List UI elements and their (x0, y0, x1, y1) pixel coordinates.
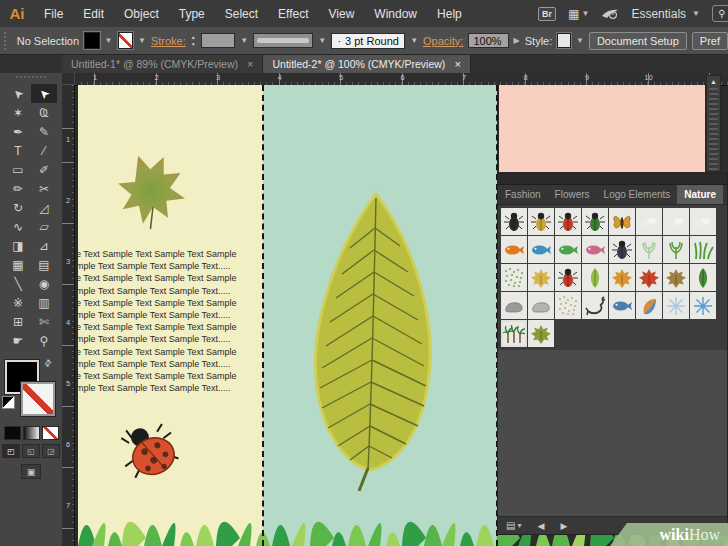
symbol-sand[interactable] (555, 292, 581, 319)
preferences-button[interactable]: Pref (692, 32, 728, 50)
symbol-wave[interactable] (636, 292, 662, 319)
symbol-brown-maple-leaf[interactable] (663, 264, 689, 291)
document-tab-2[interactable]: Untitled-2* @ 100% (CMYK/Preview)× (263, 55, 470, 73)
tools-panel-grip[interactable] (16, 76, 46, 82)
symbol-tick[interactable] (555, 208, 581, 235)
menu-help[interactable]: Help (427, 1, 472, 27)
symbol-cloud-1[interactable] (636, 208, 662, 235)
symbol-ladybug[interactable] (555, 264, 581, 291)
panel-grip[interactable] (4, 32, 9, 50)
opacity-dropdown-icon[interactable]: ▶ (514, 36, 520, 45)
scale-tool[interactable]: ◿ (31, 198, 57, 217)
ruler-origin[interactable] (62, 73, 75, 85)
color-button[interactable] (4, 426, 21, 440)
menu-edit[interactable]: Edit (73, 1, 114, 27)
swap-fill-stroke-icon[interactable]: ⇄ (42, 357, 54, 369)
symbol-sprayer-tool[interactable]: ※ (5, 293, 31, 312)
stroke-dropdown-icon[interactable]: ▼ (138, 36, 146, 45)
fill-color-swatch[interactable] (84, 32, 100, 49)
selection-tool[interactable]: ➤ (5, 84, 31, 103)
stroke-weight-stepper[interactable]: ▲▼ (191, 35, 196, 47)
blend-tool[interactable]: ◉ (31, 274, 57, 293)
gradient-tool[interactable]: ▤ (31, 255, 57, 274)
gradient-button[interactable] (23, 426, 40, 440)
symbol-shark[interactable] (609, 292, 635, 319)
symbol-red-maple-leaf[interactable] (636, 264, 662, 291)
width-profile-field[interactable] (253, 33, 313, 48)
cs-live-icon[interactable] (601, 7, 619, 20)
lasso-tool[interactable]: Ҩ (31, 103, 57, 122)
menu-type[interactable]: Type (169, 1, 215, 27)
paintbrush-tool[interactable]: ✐ (31, 160, 57, 179)
opacity-field[interactable]: 100% (468, 33, 508, 48)
symbol-green-leaf[interactable] (582, 264, 608, 291)
menu-effect[interactable]: Effect (268, 1, 318, 27)
pen-tool[interactable]: ✒ (5, 122, 31, 141)
menu-window[interactable]: Window (364, 1, 427, 27)
symbol-rock[interactable] (501, 292, 527, 319)
none-button[interactable] (42, 426, 59, 440)
document-tab-1[interactable]: Untitled-1* @ 89% (CMYK/Preview)× (62, 55, 263, 73)
symbol-green-fish[interactable] (555, 236, 581, 263)
symbol-cloud-2[interactable] (663, 208, 689, 235)
brush-dropdown-icon[interactable]: ▼ (410, 36, 418, 45)
symbol-grass-clump[interactable] (690, 236, 716, 263)
type-tool[interactable]: T (5, 141, 31, 160)
symbol-oak-leaf[interactable] (690, 264, 716, 291)
symbols-tab-nature[interactable]: Nature (677, 185, 723, 204)
symbol-speckles[interactable] (501, 264, 527, 291)
default-fill-stroke-icon[interactable] (2, 396, 15, 409)
next-library-icon[interactable]: ▶ (560, 521, 567, 531)
stroke-weight-field[interactable] (201, 33, 235, 48)
symbols-tab-flowers[interactable]: Flowers (548, 185, 597, 204)
symbols-tab-primit[interactable]: Primit (723, 185, 728, 204)
scrollbar-track[interactable] (709, 88, 718, 170)
rectangle-tool[interactable]: ▭ (5, 160, 31, 179)
hand-tool[interactable]: ☛ (5, 331, 31, 350)
stroke-color-swatch[interactable] (118, 32, 134, 49)
symbols-tab-fashion[interactable]: Fashion (498, 185, 548, 204)
free-transform-tool[interactable]: ▱ (31, 217, 57, 236)
blob-brush-tool[interactable]: ✎ (31, 122, 57, 141)
scissors-tool[interactable]: ✂ (31, 179, 57, 198)
symbol-orange-maple-leaf[interactable] (609, 264, 635, 291)
close-icon[interactable]: × (247, 58, 253, 70)
screen-mode-button[interactable]: ▣ (21, 464, 41, 479)
zoom-tool[interactable]: ⚲ (31, 331, 57, 350)
vertical-scrollbar[interactable]: ▲ (706, 75, 721, 172)
sample-text-block[interactable]: e Text Sample Text Sample Text Samplempl… (76, 248, 237, 394)
symbols-tab-logo-elements[interactable]: Logo Elements (597, 185, 678, 204)
symbol-pink-fish[interactable] (582, 236, 608, 263)
magic-wand-tool[interactable]: ✶ (5, 103, 31, 122)
scroll-up-icon[interactable]: ▲ (707, 76, 720, 87)
symbols-panel-header[interactable] (498, 174, 727, 185)
stroke-swatch[interactable] (21, 382, 55, 416)
rotate-tool[interactable]: ↻ (5, 198, 31, 217)
mesh-tool[interactable]: ▦ (5, 255, 31, 274)
menu-view[interactable]: View (319, 1, 365, 27)
direct-selection-tool[interactable]: ➤ (31, 84, 57, 103)
symbol-wasp[interactable] (528, 208, 554, 235)
pencil-tool[interactable]: ✏ (5, 179, 31, 198)
symbol-sprout[interactable] (636, 236, 662, 263)
slice-tool[interactable]: ✄ (31, 312, 57, 331)
symbol-cicada[interactable] (609, 236, 635, 263)
fill-dropdown-icon[interactable]: ▼ (105, 36, 113, 45)
column-graph-tool[interactable]: ▥ (31, 293, 57, 312)
vertical-ruler[interactable]: 1234567 (62, 85, 75, 546)
symbol-plant[interactable] (663, 236, 689, 263)
symbol-butterfly[interactable] (609, 208, 635, 235)
symbol-splash[interactable] (690, 292, 716, 319)
brush-definition-field[interactable]: · 3 pt Round (331, 33, 405, 49)
bridge-icon[interactable]: Br (538, 7, 556, 21)
style-swatch[interactable] (557, 33, 571, 48)
workspace-switcher[interactable]: Essentials ▼ (631, 7, 700, 21)
symbol-beetle[interactable] (582, 208, 608, 235)
symbol-ant[interactable] (501, 208, 527, 235)
maple-leaf-art[interactable] (103, 143, 195, 235)
style-dropdown-icon[interactable]: ▼ (576, 36, 584, 45)
artboard-tool[interactable]: ⊞ (5, 312, 31, 331)
eyedropper-tool[interactable]: ╲ (5, 274, 31, 293)
draw-behind-button[interactable]: ◱ (22, 444, 40, 458)
menu-file[interactable]: File (34, 1, 73, 27)
